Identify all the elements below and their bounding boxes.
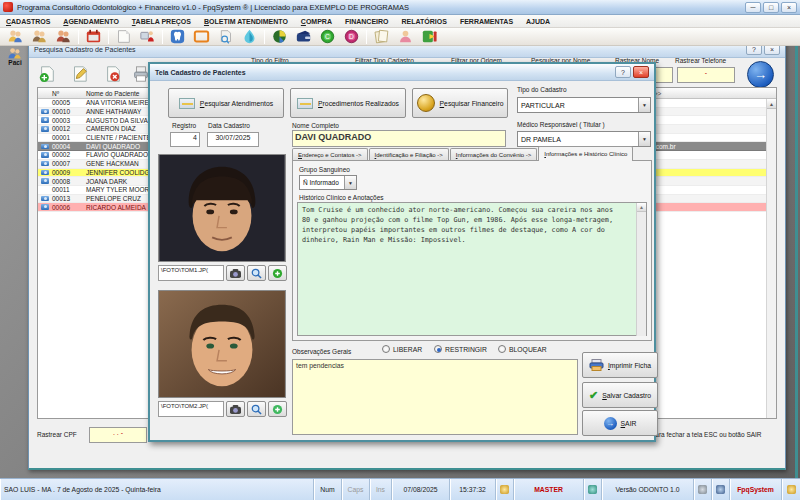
patient-photo-1 [158, 154, 286, 262]
reports-icon[interactable] [372, 29, 391, 44]
pacientes-shortcut-icon [7, 46, 23, 59]
new-record-icon[interactable] [37, 65, 57, 83]
rastrear-telefone-input[interactable]: - [677, 67, 735, 83]
delete-record-icon[interactable] [103, 65, 123, 83]
svg-text:D: D [349, 33, 354, 40]
water-drop-icon[interactable] [240, 29, 259, 44]
radio-icon [382, 345, 390, 353]
add-photo-button[interactable] [268, 401, 287, 417]
rastrear-telefone-label: Rastrear Telefone [675, 57, 726, 64]
zoom-photo-button[interactable] [247, 265, 266, 281]
radio-restringir[interactable]: RESTRINGIR [434, 345, 487, 353]
observacoes-label: Observações Gerais [292, 348, 351, 355]
foto2-path-field[interactable]: \FOTO\TOM2.JP( [158, 401, 224, 417]
user-profile-icon[interactable] [396, 29, 415, 44]
webcam-button[interactable] [226, 401, 245, 417]
toolbar-separator [78, 30, 79, 44]
search-go-button[interactable]: → [747, 61, 774, 88]
column-num[interactable]: Nº [52, 90, 86, 97]
menu-relatorios[interactable]: RELATÓRIOS [402, 18, 447, 25]
footer-hint: Para fechar a tela ESC ou botão SAIR [651, 431, 762, 438]
grupo-sanguineo-select[interactable]: Ñ Informado▼ [299, 175, 357, 190]
sair-button[interactable]: → SAIR [582, 410, 658, 436]
restore-button[interactable]: □ [763, 2, 779, 13]
coin-icon [417, 94, 435, 112]
dialog-title: Tela Cadastro de Pacientes [155, 69, 613, 76]
salvar-cadastro-button[interactable]: ✔ Salvar Cadastro [582, 382, 658, 408]
globe-chart-icon[interactable] [270, 29, 289, 44]
tipo-cadastro-select[interactable]: PARTICULAR▼ [517, 97, 651, 113]
menu-agendamento[interactable]: AGENDAMENTO [63, 18, 119, 25]
toolbar-separator [162, 30, 163, 44]
network-icon [584, 479, 602, 500]
menu-ajuda[interactable]: AJUDA [526, 18, 550, 25]
radio-selected-icon [434, 345, 442, 353]
toolbar-separator [366, 30, 367, 44]
status-time: 15:37:32 [450, 479, 496, 500]
status-insert: Ins [370, 479, 392, 500]
minimize-button[interactable]: ─ [745, 2, 761, 13]
staff-icon[interactable] [54, 29, 73, 44]
historico-scrollbar[interactable]: ▲ [636, 203, 646, 336]
data-cadastro-field[interactable]: 30/07/2025 [207, 132, 259, 147]
radio-bloquear[interactable]: BLOQUEAR [498, 345, 547, 353]
receivable-icon[interactable]: C [318, 29, 337, 44]
menu-financeiro[interactable]: FINANCEIRO [345, 18, 389, 25]
photo-badge-icon [41, 109, 49, 115]
frame-icon[interactable] [192, 29, 211, 44]
radio-liberar[interactable]: LIBERAR [382, 345, 422, 353]
observacoes-textarea[interactable]: tem pendencias [292, 359, 578, 435]
arrow-icon: → [604, 417, 617, 430]
procedimentos-realizados-button[interactable]: Procedimentos Realizados [290, 88, 406, 118]
webcam-button[interactable] [226, 265, 245, 281]
photo-badge-icon [41, 144, 49, 150]
menu-boletim-atendimento[interactable]: BOLETIM ATENDIMENTO [204, 18, 288, 25]
monitor-icon[interactable] [712, 479, 730, 500]
chevron-down-icon: ▼ [638, 98, 650, 112]
desktop-shortcut-pacientes[interactable]: Paci [2, 46, 28, 66]
pesquisar-financeiro-button[interactable]: Pesquisar Financeiro [412, 88, 508, 118]
wallet-icon[interactable] [294, 29, 313, 44]
photo-badge-icon [41, 126, 49, 132]
close-button[interactable]: × [781, 2, 797, 13]
payable-icon[interactable]: D [342, 29, 361, 44]
printer-icon[interactable] [694, 479, 712, 500]
rastrear-cpf-input[interactable]: . . - [89, 427, 147, 443]
tipo-cadastro-label: Tipo do Cadastro [517, 86, 567, 93]
patient-photo-2 [158, 290, 286, 398]
imprimir-ficha-button[interactable]: Imprimir Ficha [582, 352, 658, 378]
column-name[interactable]: Nome do Paciente [86, 90, 139, 97]
registro-field[interactable]: 4 [170, 132, 200, 147]
menu-ferramentas[interactable]: FERRAMENTAS [460, 18, 513, 25]
scroll-up-icon[interactable]: ▲ [637, 203, 646, 212]
medico-select[interactable]: DR PAMELA▼ [517, 131, 651, 147]
foto1-path-field[interactable]: \FOTO\TOM1.JP( [158, 265, 224, 281]
list-scrollbar[interactable]: ▲ [766, 99, 776, 418]
calendar-icon[interactable] [84, 29, 103, 44]
scroll-up-icon[interactable]: ▲ [767, 99, 776, 109]
card-icon [179, 98, 195, 109]
add-photo-button[interactable] [268, 265, 287, 281]
menu-tabela-precos[interactable]: TABELA PREÇOS [132, 18, 191, 25]
attendant-icon[interactable] [138, 29, 157, 44]
nome-completo-field[interactable]: DAVI QUADRADO [292, 130, 506, 147]
tooth-icon[interactable] [168, 29, 187, 44]
tab-historico-clinico[interactable]: Informações e Histórico Clínico [538, 146, 633, 161]
patients-icon[interactable] [6, 29, 25, 44]
menu-cadastros[interactable]: CADASTROS [6, 18, 50, 25]
search-docs-icon[interactable] [216, 29, 235, 44]
dialog-help-button[interactable]: ? [615, 66, 631, 78]
dialog-close-button[interactable]: × [633, 66, 649, 78]
chevron-down-icon: ▼ [344, 176, 356, 189]
dentists-icon[interactable] [30, 29, 49, 44]
pesquisar-atendimentos-button[interactable]: Pesquisar Atendimentos [168, 88, 284, 118]
photo-badge-icon [41, 178, 49, 184]
pesquisa-title: Pesquisa Cadastro de Pacientes [34, 46, 744, 53]
exit-icon[interactable] [420, 29, 439, 44]
zoom-photo-button[interactable] [247, 401, 266, 417]
historico-textarea[interactable]: Tom Cruise é um conhecido ator norte-ame… [297, 202, 647, 336]
toolbar-separator [108, 30, 109, 44]
edit-record-icon[interactable] [69, 65, 89, 83]
document-icon[interactable] [114, 29, 133, 44]
menu-compra[interactable]: COMPRA [301, 18, 332, 25]
